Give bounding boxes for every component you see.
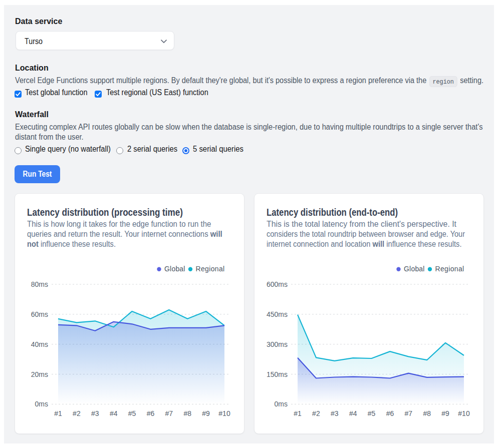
svg-text:#10: #10 (218, 409, 230, 417)
svg-text:0ms: 0ms (35, 400, 48, 408)
svg-text:80ms: 80ms (31, 280, 48, 288)
svg-text:#1: #1 (294, 409, 302, 417)
svg-text:#10: #10 (458, 409, 470, 417)
svg-text:#1: #1 (54, 409, 62, 417)
svg-text:#2: #2 (312, 409, 320, 417)
svg-text:60ms: 60ms (31, 310, 48, 318)
svg-text:600ms: 600ms (267, 280, 288, 288)
svg-text:Global: Global (164, 265, 185, 273)
svg-text:20ms: 20ms (31, 370, 48, 378)
svg-text:0ms: 0ms (275, 400, 288, 408)
svg-text:#8: #8 (183, 409, 191, 417)
svg-text:Global: Global (404, 265, 425, 273)
svg-text:#3: #3 (91, 409, 99, 417)
svg-text:#5: #5 (128, 409, 136, 417)
svg-text:300ms: 300ms (267, 340, 288, 348)
svg-text:40ms: 40ms (31, 340, 48, 348)
svg-text:#5: #5 (368, 409, 376, 417)
svg-text:#4: #4 (349, 409, 357, 417)
svg-text:#9: #9 (202, 409, 210, 417)
svg-text:#7: #7 (405, 409, 413, 417)
svg-text:#3: #3 (331, 409, 339, 417)
svg-text:Regional: Regional (196, 265, 225, 273)
svg-text:#4: #4 (110, 409, 118, 417)
svg-text:#6: #6 (147, 409, 155, 417)
svg-text:#9: #9 (441, 409, 449, 417)
svg-text:#8: #8 (423, 409, 431, 417)
svg-text:#6: #6 (386, 409, 394, 417)
svg-text:Regional: Regional (435, 265, 464, 273)
svg-text:#2: #2 (73, 409, 81, 417)
svg-text:450ms: 450ms (267, 310, 288, 318)
svg-text:150ms: 150ms (267, 370, 288, 378)
svg-text:#7: #7 (165, 409, 173, 417)
